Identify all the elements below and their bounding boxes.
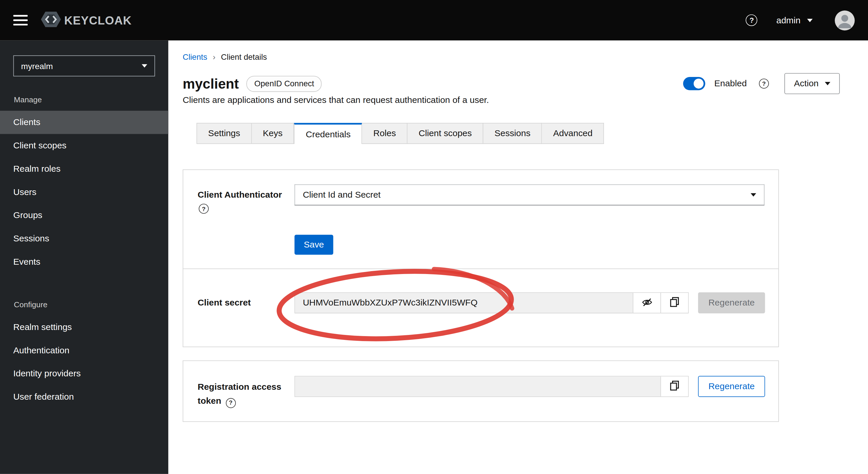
nav-section-configure: Configure [14, 300, 168, 309]
action-dropdown[interactable]: Action [784, 73, 840, 94]
copy-token-button[interactable] [660, 376, 688, 396]
help-icon[interactable]: ? [746, 14, 757, 26]
keycloak-brand: KEYCLOAK [40, 8, 132, 33]
tab-settings[interactable]: Settings [196, 123, 252, 144]
client-authenticator-help-icon[interactable]: ? [199, 204, 209, 214]
user-menu[interactable]: admin [776, 15, 813, 25]
realm-selector-value: myrealm [21, 61, 53, 70]
chevron-down-icon [142, 64, 147, 67]
tab-client-scopes[interactable]: Client scopes [407, 123, 483, 144]
client-secret-group [294, 292, 688, 313]
chevron-down-icon [825, 82, 830, 85]
copy-icon [669, 380, 680, 393]
sidebar-item-realm-roles[interactable]: Realm roles [0, 157, 168, 181]
title-row: myclient OpenID Connect Enabled ? Action [183, 72, 840, 95]
page-description: Clients are applications and services th… [183, 95, 489, 105]
sidebar-item-clients[interactable]: Clients [0, 111, 168, 134]
tab-advanced[interactable]: Advanced [542, 123, 604, 144]
sidebar-item-authentication[interactable]: Authentication [0, 339, 168, 362]
registration-token-group [294, 376, 688, 397]
client-authenticator-label: Client Authenticator [197, 190, 282, 200]
sidebar: myrealm Manage Clients Client scopes Rea… [0, 40, 168, 474]
masthead: KEYCLOAK ? admin [0, 0, 868, 40]
sidebar-item-user-federation[interactable]: User federation [0, 385, 168, 409]
save-button[interactable]: Save [294, 235, 333, 254]
enabled-toggle[interactable] [683, 77, 705, 90]
tab-credentials[interactable]: Credentials [294, 123, 362, 144]
chevron-down-icon [750, 193, 756, 196]
tab-sessions[interactable]: Sessions [484, 123, 542, 144]
tab-bar: Settings Keys Credentials Roles Client s… [196, 123, 604, 144]
registration-token-card: Registration access token? Regenerate [183, 360, 779, 422]
sidebar-item-realm-settings[interactable]: Realm settings [0, 316, 168, 339]
breadcrumb-separator: › [213, 53, 215, 61]
tab-roles[interactable]: Roles [362, 123, 408, 144]
client-authenticator-select[interactable]: Client Id and Secret [294, 184, 764, 205]
enabled-help-icon[interactable]: ? [759, 79, 769, 89]
eye-slash-icon [641, 296, 652, 309]
realm-selector[interactable]: myrealm [13, 55, 155, 76]
tab-keys[interactable]: Keys [252, 123, 294, 144]
client-secret-label: Client secret [197, 298, 251, 308]
brand-name: KEYCLOAK [64, 14, 131, 27]
client-secret-card: Client secret [183, 268, 779, 347]
registration-token-help-icon[interactable]: ? [226, 398, 236, 408]
hamburger-menu-icon[interactable] [13, 15, 28, 25]
page-title: myclient [183, 75, 239, 92]
sidebar-item-client-scopes[interactable]: Client scopes [0, 134, 168, 157]
regenerate-token-button[interactable]: Regenerate [698, 376, 765, 397]
sidebar-item-identity-providers[interactable]: Identity providers [0, 362, 168, 385]
keycloak-logo-icon [40, 8, 62, 33]
protocol-badge: OpenID Connect [247, 75, 322, 92]
enabled-label: Enabled [714, 79, 747, 89]
sidebar-item-users[interactable]: Users [0, 181, 168, 204]
breadcrumb-clients-link[interactable]: Clients [183, 53, 207, 61]
client-secret-input[interactable] [295, 293, 633, 313]
sidebar-item-sessions[interactable]: Sessions [0, 227, 168, 250]
breadcrumb-current: Client details [221, 53, 267, 61]
registration-token-label: Registration access token? [197, 380, 286, 408]
copy-secret-button[interactable] [660, 293, 688, 313]
client-authenticator-value: Client Id and Secret [303, 190, 381, 200]
sidebar-item-groups[interactable]: Groups [0, 204, 168, 227]
sidebar-item-events[interactable]: Events [0, 250, 168, 274]
registration-token-input[interactable] [295, 376, 660, 396]
regenerate-secret-button[interactable]: Regenerate [698, 292, 765, 313]
username: admin [776, 15, 801, 25]
nav-section-manage: Manage [14, 95, 168, 104]
keycloak-admin-console: KEYCLOAK ? admin myrealm Manage Clients [0, 0, 868, 474]
client-authenticator-card: Client Authenticator ? Client Id and Sec… [183, 169, 779, 269]
show-secret-button[interactable] [633, 293, 660, 313]
chevron-down-icon [807, 19, 813, 22]
copy-icon [669, 297, 680, 309]
breadcrumb: Clients › Client details [183, 53, 267, 61]
avatar[interactable] [835, 10, 855, 30]
main-content: Clients › Client details myclient OpenID… [168, 40, 868, 474]
